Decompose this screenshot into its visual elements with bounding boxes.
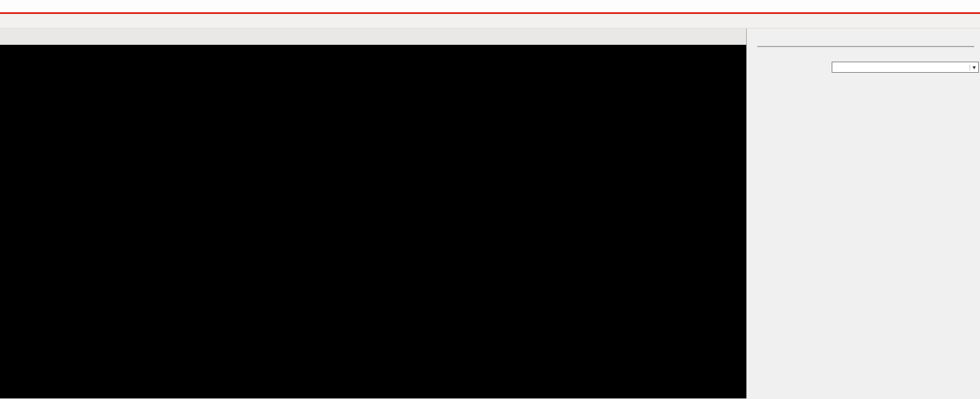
pcb-drawing	[0, 45, 746, 398]
document-tab-bar	[0, 28, 746, 45]
canvas-column	[0, 28, 746, 398]
chevron-down-icon: ▼	[970, 65, 978, 70]
view-row: ▼	[754, 62, 979, 73]
visibility-panel: ▼	[746, 28, 980, 398]
menu-bar	[0, 0, 980, 13]
main-area: ▼	[0, 28, 980, 398]
panel-tab-bar	[747, 28, 980, 40]
pcb-canvas[interactable]	[0, 45, 746, 398]
view-dropdown[interactable]: ▼	[832, 62, 979, 73]
panel-title-row	[754, 42, 979, 51]
title-rule	[757, 46, 974, 47]
application-window: ▼	[0, 0, 980, 399]
panel-body: ▼	[747, 40, 980, 398]
annotation-red-line	[0, 12, 980, 14]
toolbar	[0, 13, 980, 28]
